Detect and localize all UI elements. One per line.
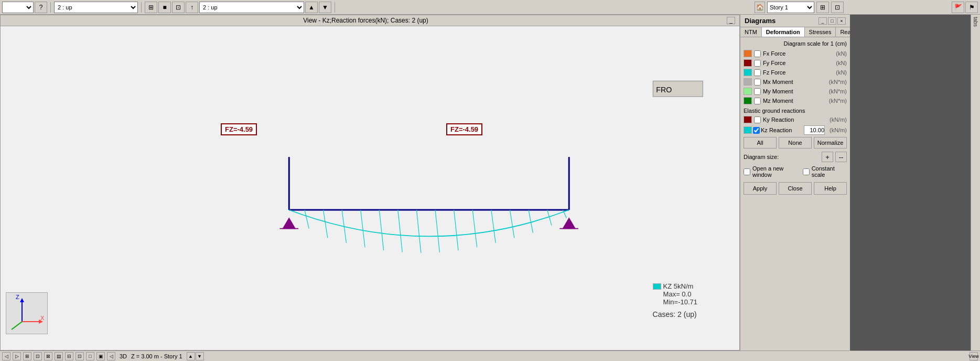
elastic-label: Elastic ground reactions [744, 108, 847, 114]
toolbar-icon-btn-3[interactable]: ⊡ [172, 2, 185, 13]
tab-deformation[interactable]: Deformation [762, 27, 805, 37]
svg-marker-20 [563, 218, 575, 228]
diagrams-close-btn[interactable]: × [837, 17, 846, 25]
story-icon-btn2[interactable]: ⊡ [831, 2, 844, 13]
divider-2 [141, 2, 142, 13]
normalize-btn[interactable]: Normalize [814, 137, 847, 148]
diagram-size-minus[interactable]: -- [835, 152, 847, 162]
toolbar-group-right: 🚩 ⚑ [952, 2, 978, 13]
legend-kz-label: KZ 5kN/m [663, 282, 694, 290]
close-btn[interactable]: Close [779, 182, 812, 195]
diagrams-panel: Diagrams _ □ × NTM Deformation Stresses … [740, 15, 850, 351]
all-btn[interactable]: All [744, 137, 777, 148]
toolbar-flag-btn[interactable]: 🚩 [952, 2, 964, 13]
legend-box: KZ 5kN/m Max= 0.0 Min=-10.71 Cases: 2 (u… [653, 282, 697, 318]
toolbar-select-case[interactable]: 2 : up [199, 2, 304, 13]
toolbar-icon-btn-4[interactable]: ↑ [186, 2, 198, 13]
kz-value-input[interactable] [804, 125, 825, 135]
divider-3 [335, 2, 335, 13]
status-view-btn[interactable]: View [970, 352, 978, 360]
status-icon-4[interactable]: ⊡ [34, 352, 42, 360]
mx-checkbox[interactable] [754, 79, 761, 86]
view-title-bar: View - Kz;Reaction forces(kN); Cases: 2 … [1, 15, 739, 26]
mz-row: Mz Moment (kN*m) [744, 97, 847, 104]
tab-ntm[interactable]: NTM [740, 27, 762, 37]
status-icon-2[interactable]: ▷ [13, 352, 21, 360]
story-icon-btn[interactable]: ⊞ [816, 2, 829, 13]
scale-label: Diagram scale for 1 (cm) [744, 40, 847, 47]
toolbar-select-1[interactable] [2, 2, 34, 13]
status-down-btn[interactable]: ▼ [196, 352, 204, 360]
svg-text:Z: Z [16, 294, 19, 300]
view-content[interactable]: FRO FZ=-4.59 FZ=-4.59 KZ 5kN/m Max= 0.0 … [1, 26, 739, 350]
svg-line-11 [454, 210, 458, 250]
status-up-btn[interactable]: ▲ [187, 352, 195, 360]
kz-unit: (kN/m) [826, 127, 847, 133]
ky-color [744, 116, 752, 123]
story-group: 🏠 Story 1 ⊞ ⊡ [755, 2, 844, 13]
status-icon-7[interactable]: ⊟ [65, 352, 73, 360]
status-3d: 3D [120, 353, 127, 359]
svg-line-3 [305, 210, 309, 229]
kz-checkbox[interactable] [753, 127, 760, 134]
status-z-text: Z = 3.00 m - Story 1 [131, 353, 182, 359]
fy-force-row: Fy Force (kN) [744, 59, 847, 67]
toolbar-help-btn[interactable]: ? [35, 2, 47, 13]
mx-color [744, 78, 752, 86]
status-icon-8[interactable]: ⊡ [76, 352, 84, 360]
tabs-label[interactable]: tabs [973, 17, 978, 27]
svg-line-9 [416, 210, 421, 253]
status-scroll-left[interactable]: ◁ [107, 352, 115, 360]
diagrams-maximize-btn[interactable]: □ [828, 17, 836, 25]
svg-line-14 [510, 210, 514, 238]
toolbar-icon-btn-2[interactable]: ■ [158, 2, 171, 13]
story-select[interactable]: Story 1 [767, 2, 814, 13]
status-bar: ◁ ▷ ⊞ ⊡ ⊠ ▤ ⊟ ⊡ □ ▣ ◁ 3D Z = 3.00 m - St… [0, 351, 980, 361]
status-icon-10[interactable]: ▣ [96, 352, 105, 360]
status-icon-5[interactable]: ⊠ [44, 352, 52, 360]
fz-label-left: FZ=-4.59 [221, 123, 257, 135]
status-icon-6[interactable]: ▤ [55, 352, 63, 360]
status-icon-3[interactable]: ⊞ [23, 352, 31, 360]
fz-label-right: FZ=-4.59 [446, 123, 482, 135]
my-checkbox[interactable] [754, 88, 761, 95]
toolbar-select-2[interactable]: 2 : up [54, 2, 138, 13]
fz-checkbox[interactable] [754, 69, 761, 76]
toolbar-icon-btn-1[interactable]: ⊞ [145, 2, 157, 13]
diagrams-minimize-btn[interactable]: _ [819, 17, 827, 25]
fy-checkbox[interactable] [754, 60, 761, 67]
svg-line-13 [491, 210, 496, 243]
my-row: My Moment (kN*m) [744, 88, 847, 95]
help-btn[interactable]: Help [814, 182, 847, 195]
mx-name: Mx Moment [763, 79, 824, 85]
toolbar-group-1: ? [2, 2, 47, 13]
status-icon-1[interactable]: ◁ [2, 352, 10, 360]
apply-btn[interactable]: Apply [744, 182, 777, 195]
mz-checkbox[interactable] [754, 98, 761, 104]
status-icon-9[interactable]: □ [86, 352, 94, 360]
tab-stresses[interactable]: Stresses [805, 27, 836, 37]
toolbar-btn-arrow-up[interactable]: ▲ [305, 2, 318, 13]
fx-checkbox[interactable] [754, 50, 761, 57]
right-area: Diagrams _ □ × NTM Deformation Stresses … [740, 15, 980, 351]
legend-min: Min=-10.71 [663, 298, 697, 306]
mz-name: Mz Moment [763, 98, 824, 104]
diagram-size-label: Diagram size: [744, 154, 820, 160]
ky-checkbox[interactable] [754, 116, 761, 123]
svg-line-8 [398, 210, 402, 252]
kz-color [744, 126, 752, 134]
ky-row: Ky Reaction (kN/m) [744, 116, 847, 123]
fx-name: Fx Force [763, 50, 824, 57]
diagram-size-plus[interactable]: + [822, 152, 833, 162]
none-btn[interactable]: None [779, 137, 812, 148]
toolbar-flag2-btn[interactable]: ⚑ [965, 2, 978, 13]
kz-name: Kz Reaction [761, 127, 803, 133]
open-new-window-checkbox[interactable] [744, 168, 750, 175]
diagrams-title: Diagrams [745, 17, 776, 25]
fx-force-row: Fx Force (kN) [744, 50, 847, 57]
toolbar-btn-arrow-dn[interactable]: ▼ [319, 2, 331, 13]
constant-scale-checkbox[interactable] [803, 168, 810, 175]
top-toolbar: ? 2 : up ⊞ ■ ⊡ ↑ 2 : up ▲ ▼ 🚩 ⚑ 🏠 Story … [0, 0, 980, 15]
story-nav-icon[interactable]: 🏠 [755, 2, 765, 13]
view-minimize-btn[interactable]: _ [727, 17, 735, 24]
